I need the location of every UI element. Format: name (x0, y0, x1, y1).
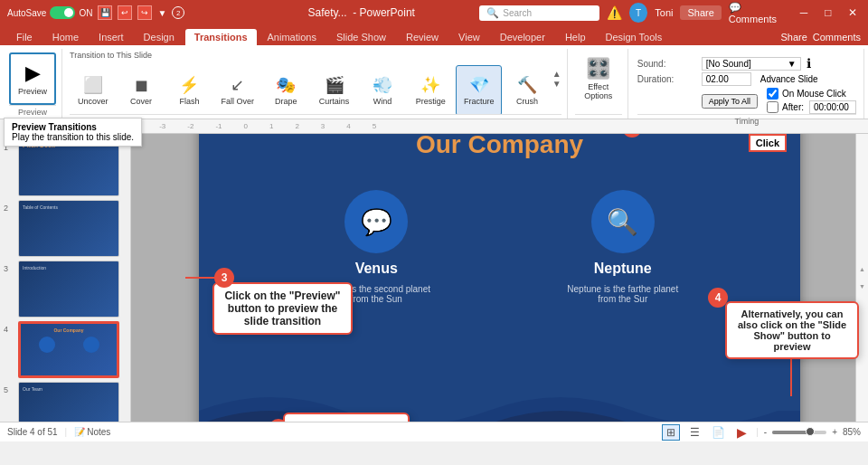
reading-view-button[interactable]: 📄 (709, 424, 727, 441)
slide-thumb-4[interactable]: 4 Our Company (4, 321, 127, 378)
annotation-4-num: 4 (708, 288, 728, 308)
annotation-3-text: Click on the "Preview" button to preview… (224, 289, 340, 327)
close-button[interactable]: ✕ (844, 4, 861, 22)
neptune-desc: Neptune is the farthe planet from the Su… (560, 284, 686, 304)
outline-view-button[interactable]: ☰ (685, 424, 703, 441)
tab-developer[interactable]: Developer (491, 29, 554, 45)
apply-to-all-button[interactable]: Apply To All (702, 94, 758, 109)
transition-flash[interactable]: ⚡ Flash (166, 65, 212, 114)
neptune-circle: 🔍 (591, 190, 655, 253)
wind-icon: 💨 (373, 75, 392, 95)
slide4-content: Our Company (21, 324, 117, 356)
slide-thumb-3[interactable]: 3 Introduction (4, 261, 127, 318)
normal-view-button[interactable]: ⊞ (662, 424, 680, 441)
after-check[interactable]: After: (767, 100, 856, 114)
share-button[interactable]: Share (680, 5, 721, 20)
tab-insert[interactable]: Insert (90, 29, 133, 45)
toggle-state: ON (79, 8, 92, 18)
redo-icon[interactable]: ↪ (137, 5, 152, 20)
comments-button[interactable]: 💬 Comments (729, 2, 788, 24)
slide-image-1[interactable]: Pitch Deck (18, 139, 119, 196)
effect-options-button[interactable]: 🎛️ Effect Options (575, 52, 622, 105)
transition-cover[interactable]: ◼ Cover (118, 65, 164, 114)
after-input[interactable] (809, 100, 856, 114)
title-right: 🔍 Search ⚠️ T Toni Share 💬 Comments ─ □ … (479, 2, 861, 24)
scroll-down-icon[interactable]: ▼ (552, 79, 561, 89)
slide-thumb-2[interactable]: 2 Table of Contents (4, 200, 127, 257)
autosave-toggle[interactable]: AutoSave ON (7, 6, 92, 19)
slide3-content: Introduction (19, 261, 118, 274)
zoom-out-button[interactable]: - (764, 427, 767, 437)
minimize-button[interactable]: ─ (796, 4, 813, 22)
transition-buttons: ⬜ Uncover ◼ Cover ⚡ Flash ↙ Fall Over 🎭 … (70, 62, 561, 114)
preview-button[interactable]: ▶ Preview (9, 52, 56, 105)
tab-review[interactable]: Review (397, 29, 448, 45)
mouse-click-checkbox[interactable] (767, 88, 778, 100)
slideshow-view-button[interactable]: ▶ (732, 424, 750, 441)
zoom-slider-thumb[interactable] (806, 427, 815, 436)
slide-image-3[interactable]: Introduction (18, 261, 119, 318)
transition-prestige[interactable]: ✨ Prestige (408, 65, 454, 114)
transition-curtains[interactable]: 🎬 Curtains (311, 65, 357, 114)
effect-group-label (575, 114, 622, 119)
title-bar: AutoSave ON 💾 ↩ ↪ ▼ 2 Safety... - PowerP… (0, 0, 868, 25)
slide-thumb-5[interactable]: 5 Our Team (4, 382, 127, 422)
toggle-on-icon[interactable] (50, 6, 75, 19)
duration-label: Duration: (637, 74, 696, 84)
duration-row: Duration: Advance Slide (637, 72, 818, 86)
zoom-slider-fill (772, 431, 810, 434)
venus-circle: 💬 (344, 190, 408, 253)
sound-row: Sound: [No Sound] ▼ ℹ (637, 56, 811, 71)
tab-animations[interactable]: Animations (259, 29, 326, 45)
neptune-name: Neptune (594, 261, 652, 277)
notes-button[interactable]: 📝 Notes (74, 427, 110, 437)
sound-label: Sound: (637, 59, 696, 69)
notes-label: Notes (87, 427, 110, 437)
preview-tooltip: Preview Transitions Play the transition … (4, 118, 142, 147)
transition-fracture[interactable]: 💎 Fracture (456, 65, 502, 114)
ribbon-right-actions: Share Comments (780, 32, 861, 45)
user-avatar[interactable]: T (629, 3, 648, 23)
search-bar[interactable]: 🔍 Search (479, 5, 599, 21)
maximize-button[interactable]: □ (819, 4, 836, 22)
doc-title: Safety... (307, 6, 346, 19)
slide-canvas: Our Company 💬 Venus Venus is the second … (199, 134, 800, 422)
tab-file[interactable]: File (7, 29, 42, 45)
after-checkbox[interactable] (767, 101, 778, 113)
undo-icon[interactable]: ↩ (118, 5, 132, 20)
duration-input[interactable] (702, 72, 751, 86)
slide-image-2[interactable]: Table of Contents (18, 200, 119, 257)
zoom-in-button[interactable]: + (832, 427, 837, 437)
slide-thumb-1[interactable]: 1 Pitch Deck (4, 139, 127, 196)
crush-icon: 🔨 (517, 75, 537, 95)
tab-help[interactable]: Help (556, 29, 595, 45)
sound-dropdown[interactable]: [No Sound] ▼ (702, 57, 801, 71)
transition-uncover[interactable]: ⬜ Uncover (70, 65, 116, 114)
tab-design[interactable]: Design (135, 29, 184, 45)
tab-home[interactable]: Home (43, 29, 88, 45)
annotation-1-text: Select the slide that has a transition a… (299, 420, 392, 422)
after-label: After: (782, 102, 804, 112)
transition-drape[interactable]: 🎭 Drape (263, 65, 309, 114)
save-icon[interactable]: 💾 (98, 5, 112, 20)
num-badge: 2 (172, 6, 184, 19)
ribbon-group-timing: Sound: [No Sound] ▼ ℹ Duration: Advance … (630, 49, 864, 119)
transition-wind[interactable]: 💨 Wind (359, 65, 405, 114)
tab-design-tools[interactable]: Design Tools (597, 29, 672, 45)
tab-transitions[interactable]: Transitions (185, 29, 257, 45)
slide-title: Our Company (199, 134, 800, 159)
on-mouse-click-check[interactable]: On Mouse Click (767, 88, 856, 100)
transition-crush[interactable]: 🔨 Crush (504, 65, 550, 114)
comments-link[interactable]: Comments (813, 32, 861, 43)
fracture-icon: 💎 (469, 75, 489, 95)
share-link[interactable]: Share (780, 32, 807, 43)
slide-image-4[interactable]: Our Company (18, 321, 119, 378)
zoom-slider[interactable] (772, 431, 826, 434)
slide-image-5[interactable]: Our Team (18, 382, 119, 422)
flash-icon: ⚡ (179, 75, 199, 95)
more-tools-icon[interactable]: ▼ (157, 8, 166, 18)
tab-slideshow[interactable]: Slide Show (327, 29, 395, 45)
transition-fallover[interactable]: ↙ Fall Over (214, 65, 260, 114)
scroll-up-icon[interactable]: ▲ (552, 69, 561, 79)
tab-view[interactable]: View (449, 29, 489, 45)
